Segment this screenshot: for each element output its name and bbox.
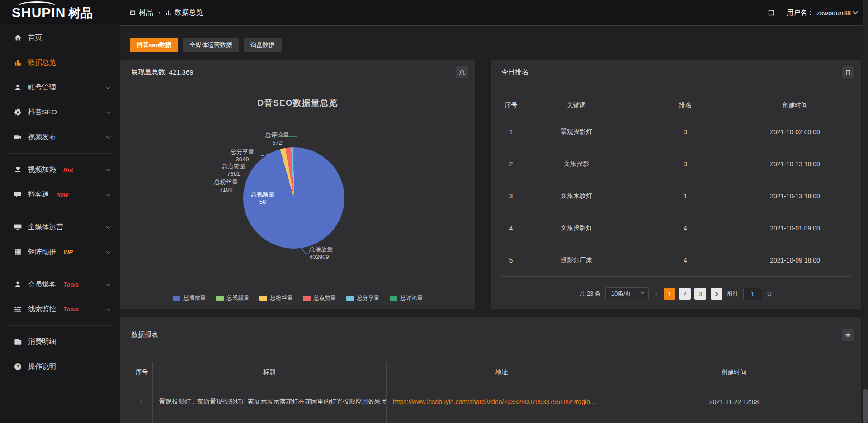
sidebar-tag: Tools [63, 306, 79, 313]
impressions-card-header: 展现量总数: 421,369 总 [120, 60, 475, 85]
sidebar-divider [8, 211, 112, 211]
ranking-cell: 景观投影灯 [521, 116, 632, 148]
window-icon [129, 9, 136, 16]
page-button-2[interactable]: 2 [679, 288, 691, 300]
monitor-icon [14, 223, 22, 231]
chevron-down-icon [106, 306, 111, 311]
user-menu[interactable]: 用户名： zswodun88 [787, 9, 857, 17]
page-size-select[interactable]: 10条/页 [605, 287, 649, 300]
ranking-col-keyword: 关键词 [521, 94, 632, 116]
tab-button-2[interactable]: 询盘数据 [244, 38, 282, 52]
app-logo: SHUPIN 树品 [12, 4, 93, 21]
sidebar-item-consumption-detail[interactable]: 消费明细 [0, 329, 120, 354]
report-table: 序号 标题 地址 创建时间 1 景观投影灯，夜游景观投影灯厂家展示展示落花灯在花… [131, 362, 851, 423]
day-view-button[interactable]: 日 [842, 66, 854, 78]
ranking-card-header: 今日排名 日 [491, 60, 861, 85]
sidebar-item-data-overview[interactable]: 数据总览 [0, 50, 120, 75]
sidebar-item-account-manage[interactable]: 账号管理 [0, 75, 120, 100]
data-tabs: 抖音seo数据全媒体运营数据询盘数据 [130, 38, 282, 52]
ranking-cell: 5 [501, 244, 521, 277]
sidebar-item-home[interactable]: 首页 [0, 25, 120, 50]
ranking-cell: 4 [632, 244, 739, 277]
ranking-cell: 文旅投影 [521, 148, 632, 180]
pagination: 共 23 条 10条/页 ‹ 123 前往 页 [491, 287, 861, 300]
sidebar-item-matrix-boost[interactable]: 矩阵助推VIP [0, 240, 120, 264]
ranking-cell: 4 [632, 212, 739, 244]
sidebar-item-douyin-seo[interactable]: 抖音SEO [0, 100, 120, 125]
logo-text-en: SHUPIN [12, 4, 66, 21]
prev-page-button[interactable]: ‹ [653, 290, 659, 298]
page-button-3[interactable]: 3 [694, 288, 706, 300]
legend-item[interactable]: 总评论量 [390, 294, 423, 302]
legend-swatch [346, 296, 354, 301]
legend-swatch [390, 296, 397, 301]
sidebar-divider [8, 325, 112, 326]
impressions-total-value: 421,369 [169, 68, 193, 76]
report-col-index: 序号 [131, 362, 153, 382]
report-row: 1 景观投影灯，夜游景观投影灯厂家展示展示落花灯在花园里的灯光投影应用效果 # … [131, 382, 851, 421]
next-page-button[interactable] [711, 288, 722, 300]
report-col-time: 创建时间 [617, 362, 851, 382]
sidebar-item-video-publish[interactable]: 视频发布 [0, 125, 120, 150]
sidebar-item-member-baoke[interactable]: 会员爆客Tools [0, 272, 120, 297]
chart-title: D音SEO数据量总览 [120, 97, 475, 109]
sidebar-divider [8, 268, 112, 268]
legend-item[interactable]: 总粉丝量 [259, 294, 293, 302]
tab-button-1[interactable]: 全媒体运营数据 [183, 38, 239, 52]
sidebar-item-instructions[interactable]: ?操作说明 [0, 354, 120, 379]
ranking-row: 2文旅投影32021-10-13 18:00 [501, 148, 851, 180]
legend-item[interactable]: 总分享量 [346, 294, 380, 302]
scrollbar-thumb[interactable] [863, 389, 868, 423]
username-value: zswodun88 [816, 9, 851, 17]
goto-label: 前往 [727, 290, 739, 298]
ranking-card: 今日排名 日 序号 关键词 排名 创建时间 1景观投影灯32021-10-02 … [491, 60, 861, 309]
ranking-col-rank: 排名 [632, 94, 739, 116]
ranking-cell: 文旅水纹灯 [521, 180, 632, 212]
ranking-header-row: 序号 关键词 排名 创建时间 [501, 94, 851, 116]
pie-label-shares: 总分享量 3049 [223, 148, 261, 164]
report-video-link[interactable]: https://www.iesdouyin.com/share/video/70… [393, 398, 595, 405]
chart-legend: 总播放量总视频量总粉丝量总点赞量总分享量总评论量 [120, 294, 475, 302]
page-button-1[interactable]: 1 [664, 288, 675, 300]
ranking-row: 5投影灯厂家42021-10-09 18:00 [501, 244, 851, 277]
sidebar-divider [8, 153, 112, 154]
report-table-wrap: 序号 标题 地址 创建时间 1 景观投影灯，夜游景观投影灯厂家展示展示落花灯在花… [131, 362, 851, 423]
table-view-button[interactable]: 表 [842, 329, 854, 341]
sidebar-item-video-heat[interactable]: 视频加热Hot [0, 157, 120, 182]
bar-chart-icon [165, 9, 172, 16]
ranking-cell: 4 [501, 212, 521, 244]
stamp-icon [14, 165, 22, 174]
sidebar-item-media-operation[interactable]: 全媒体运营 [0, 215, 120, 240]
total-view-button[interactable]: 总 [456, 66, 468, 78]
grid-icon [14, 248, 22, 256]
svg-text:?: ? [16, 364, 19, 369]
pagination-total: 共 23 条 [579, 290, 601, 298]
sidebar-tag: Tools [63, 281, 79, 288]
tab-button-0[interactable]: 抖音seo数据 [130, 38, 178, 52]
fullscreen-icon[interactable] [767, 9, 775, 17]
ranking-table-wrap: 序号 关键词 排名 创建时间 1景观投影灯32021-10-02 09:002文… [501, 94, 851, 277]
chevron-down-icon [106, 85, 111, 89]
impressions-card: 展现量总数: 421,369 总 D音SEO数据量总览 总评论量 572 总分享… [120, 60, 475, 309]
topbar: SHUPIN 树品 树品 > 数据总览 用户名： zswodun88 [0, 0, 868, 25]
report-header-row: 序号 标题 地址 创建时间 [131, 362, 851, 382]
home-icon [14, 33, 22, 42]
breadcrumb-current[interactable]: 数据总览 [165, 8, 203, 18]
report-cell-time: 2021-11-22 12:08 [617, 382, 851, 421]
ranking-table: 序号 关键词 排名 创建时间 1景观投影灯32021-10-02 09:002文… [501, 94, 851, 277]
ranking-cell: 2021-10-09 18:00 [739, 244, 851, 277]
report-card-title: 数据报表 [131, 330, 158, 339]
legend-item[interactable]: 总点赞量 [303, 294, 336, 302]
ranking-cell: 文旅投影灯 [521, 212, 632, 244]
breadcrumb-root[interactable]: 树品 [129, 8, 153, 18]
sidebar-item-doukertong[interactable]: 抖客通New [0, 182, 120, 207]
sidebar-tag: New [57, 191, 69, 198]
chevron-down-icon [641, 291, 644, 294]
goto-page-input[interactable] [743, 288, 762, 300]
chevron-down-icon [106, 109, 111, 114]
ranking-cell: 1 [632, 180, 739, 212]
legend-item[interactable]: 总播放量 [173, 294, 206, 302]
sidebar-item-clue-monitor[interactable]: 线索监控Tools [0, 297, 120, 322]
video-camera-icon [14, 133, 22, 141]
legend-item[interactable]: 总视频量 [216, 294, 250, 302]
